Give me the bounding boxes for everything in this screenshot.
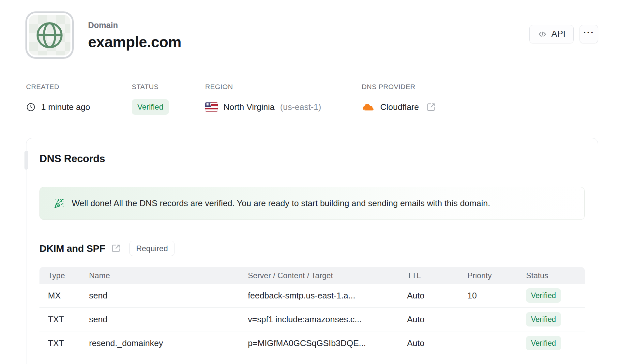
created-value: 1 minute ago xyxy=(41,102,90,112)
dns-records-card: DNS Records Well done! All the DNS recor… xyxy=(26,138,598,364)
col-header-ttl: TTL xyxy=(399,271,459,280)
success-banner: Well done! All the DNS records are verif… xyxy=(39,187,585,220)
record-status-badge: Verified xyxy=(526,312,561,326)
header-actions: API ··· xyxy=(529,25,598,43)
record-ttl: Auto xyxy=(399,314,459,325)
dns-provider-value: Cloudflare xyxy=(380,102,419,112)
record-ttl: Auto xyxy=(399,291,459,301)
dns-records-title: DNS Records xyxy=(39,153,585,165)
dkim-spf-title: DKIM and SPF xyxy=(39,243,105,254)
region-value: North Virginia xyxy=(223,102,275,112)
created-label: CREATED xyxy=(26,83,132,91)
table-header-row: Type Name Server / Content / Target TTL … xyxy=(39,267,585,284)
dns-records-table: Type Name Server / Content / Target TTL … xyxy=(39,267,585,355)
table-row: TXT send v=spf1 include:amazonses.c... A… xyxy=(39,308,585,331)
domain-meta-row: CREATED 1 minute ago STATUS Verified REG… xyxy=(26,83,435,115)
record-status-badge: Verified xyxy=(526,288,561,303)
record-priority: 10 xyxy=(459,291,518,301)
status-verified-badge: Verified xyxy=(132,99,169,115)
col-header-priority: Priority xyxy=(459,271,518,280)
col-header-name: Name xyxy=(81,271,239,280)
meta-region: REGION North Virginia (us-east-1) xyxy=(205,83,362,115)
domain-identity: Domain example.com xyxy=(25,11,181,59)
record-type: TXT xyxy=(39,314,81,325)
api-button[interactable]: API xyxy=(529,25,574,43)
more-options-button[interactable]: ··· xyxy=(580,25,598,43)
page-title: example.com xyxy=(88,33,181,51)
globe-icon xyxy=(34,20,65,51)
external-link-icon[interactable] xyxy=(427,103,435,112)
record-content[interactable]: v=spf1 include:amazonses.c... xyxy=(239,314,399,325)
dns-provider-label: DNS PROVIDER xyxy=(362,83,435,91)
dkim-spf-section-head: DKIM and SPF Required xyxy=(39,241,585,256)
table-row: MX send feedback-smtp.us-east-1.a... Aut… xyxy=(39,284,585,308)
record-name: resend._domainkey xyxy=(81,338,239,348)
party-popper-icon xyxy=(54,199,64,208)
domain-titles: Domain example.com xyxy=(88,19,181,51)
meta-created: CREATED 1 minute ago xyxy=(26,83,132,115)
success-banner-message: Well done! All the DNS records are verif… xyxy=(72,198,490,208)
code-icon xyxy=(537,29,547,39)
meta-dns-provider: DNS PROVIDER Cloudflare xyxy=(362,83,435,115)
us-flag-icon xyxy=(205,102,218,112)
record-ttl: Auto xyxy=(399,338,459,348)
meta-status: STATUS Verified xyxy=(132,83,205,115)
record-type: MX xyxy=(39,291,81,301)
cloudflare-icon xyxy=(362,102,375,112)
checkered-background xyxy=(29,15,70,55)
col-header-type: Type xyxy=(39,271,81,280)
clock-icon xyxy=(26,102,36,112)
record-status-badge: Verified xyxy=(526,336,561,350)
record-content[interactable]: feedback-smtp.us-east-1.a... xyxy=(239,291,399,301)
domain-detail-page: Domain example.com API ··· CREATED xyxy=(0,0,634,364)
section-marker xyxy=(24,151,28,170)
status-label: STATUS xyxy=(132,83,205,91)
domain-icon-tile xyxy=(25,11,74,59)
col-header-content: Server / Content / Target xyxy=(239,271,399,280)
record-type: TXT xyxy=(39,338,81,348)
ellipsis-icon: ··· xyxy=(583,27,595,38)
table-row: TXT resend._domainkey p=MIGfMA0GCSqGSIb3… xyxy=(39,331,585,355)
domain-eyebrow-label: Domain xyxy=(88,21,181,30)
external-link-icon[interactable] xyxy=(112,244,120,253)
record-name: send xyxy=(81,291,239,301)
record-name: send xyxy=(81,314,239,325)
record-content[interactable]: p=MIGfMA0GCSqGSIb3DQE... xyxy=(239,338,399,348)
api-button-label: API xyxy=(551,29,566,39)
col-header-status: Status xyxy=(518,271,585,280)
region-code: (us-east-1) xyxy=(280,102,321,112)
required-badge: Required xyxy=(129,241,174,256)
region-label: REGION xyxy=(205,83,362,91)
